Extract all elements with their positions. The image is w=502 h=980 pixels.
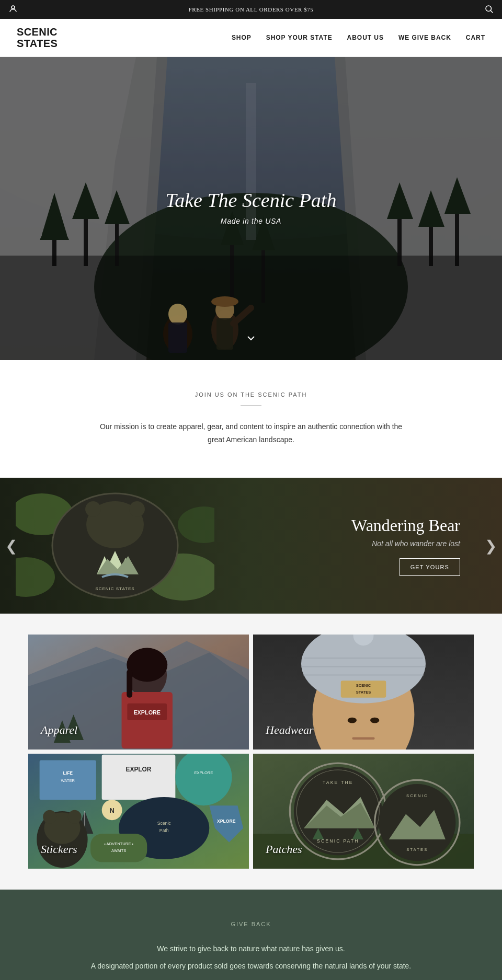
svg-text:STATES: STATES xyxy=(406,847,428,852)
category-apparel-label: Apparel xyxy=(41,723,77,737)
svg-text:LIFE: LIFE xyxy=(63,770,73,776)
svg-rect-80 xyxy=(102,755,176,800)
category-stickers-label: Stickers xyxy=(41,843,77,856)
svg-point-40 xyxy=(178,506,214,543)
category-stickers[interactable]: LIFE WATER EXPLOR EXPLORE Scenic P xyxy=(28,754,249,869)
featured-subtitle: Not all who wander are lost xyxy=(351,539,460,548)
category-grid: EXPLORE Apparel xyxy=(0,614,502,890)
search-icon[interactable] xyxy=(484,4,494,15)
mission-label: JOIN US ON THE SCENIC PATH xyxy=(63,391,439,398)
svg-text:AWAITS: AWAITS xyxy=(111,848,126,853)
mission-text: Our mission is to create apparel, gear, … xyxy=(94,420,408,446)
svg-point-1 xyxy=(486,6,492,11)
give-back-label: GIVE BACK xyxy=(63,921,439,927)
svg-line-2 xyxy=(490,10,493,13)
category-headwear-label: Headwear xyxy=(266,723,314,737)
svg-rect-62 xyxy=(127,670,132,698)
nav-about-us[interactable]: ABOUT US xyxy=(347,34,384,41)
svg-point-0 xyxy=(12,6,15,9)
svg-text:SCENIC: SCENIC xyxy=(356,684,371,688)
svg-rect-75 xyxy=(352,737,374,740)
svg-text:Scenic: Scenic xyxy=(157,821,172,826)
mission-section: JOIN US ON THE SCENIC PATH Our mission i… xyxy=(0,360,502,478)
svg-point-88 xyxy=(43,810,56,824)
featured-get-yours-button[interactable]: GET YOURS xyxy=(400,558,460,576)
svg-text:TAKE THE: TAKE THE xyxy=(323,780,353,785)
svg-text:EXPLORE: EXPLORE xyxy=(133,710,161,716)
category-apparel[interactable]: EXPLORE Apparel xyxy=(28,635,249,750)
hero-chevron[interactable] xyxy=(245,332,257,348)
svg-point-61 xyxy=(127,648,167,682)
user-icon[interactable] xyxy=(8,4,18,15)
give-back-text: We strive to give back to nature what na… xyxy=(63,942,439,973)
featured-banner: SCENIC STATES ❮ Wandering Bear Not all w… xyxy=(0,478,502,614)
svg-text:Path: Path xyxy=(159,828,169,833)
svg-text:• ADVENTURE •: • ADVENTURE • xyxy=(104,841,133,846)
give-back-section: GIVE BACK We strive to give back to natu… xyxy=(0,890,502,980)
give-back-line-1: We strive to give back to nature what na… xyxy=(63,942,439,956)
category-patches-label: Patches xyxy=(266,843,302,856)
banner-prev-arrow[interactable]: ❮ xyxy=(5,537,17,555)
logo[interactable]: SCENIC STATES xyxy=(17,26,58,49)
featured-title: Wandering Bear xyxy=(351,516,460,535)
nav-shop[interactable]: SHOP xyxy=(232,34,252,41)
svg-text:N: N xyxy=(109,807,114,815)
nav-we-give-back[interactable]: WE GIVE BACK xyxy=(398,34,451,41)
svg-point-45 xyxy=(129,501,145,517)
featured-content: Wandering Bear Not all who wander are lo… xyxy=(351,516,460,576)
svg-point-44 xyxy=(85,501,101,517)
hero-section: Take The Scenic Path Made in the USA xyxy=(0,57,502,360)
category-patches[interactable]: TAKE THE SCENIC PATH SCENIC STATES Patch… xyxy=(253,754,474,869)
give-back-line-2: A designated portion of every product so… xyxy=(63,959,439,973)
svg-text:SCENIC STATES: SCENIC STATES xyxy=(95,586,134,591)
nav-cart[interactable]: CART xyxy=(466,34,485,41)
top-bar: FREE SHIPPING ON ALL ORDERS OVER $75 xyxy=(0,0,502,19)
svg-text:EXPLOR: EXPLOR xyxy=(126,766,152,774)
category-headwear[interactable]: SCENIC STATES Headwear xyxy=(253,635,474,750)
svg-point-41 xyxy=(16,557,55,597)
svg-point-89 xyxy=(68,810,82,824)
mission-divider xyxy=(241,405,261,406)
svg-text:STATES: STATES xyxy=(356,690,371,695)
announcement-text: FREE SHIPPING ON ALL ORDERS OVER $75 xyxy=(189,6,314,13)
main-nav: SHOP SHOP YOUR STATE ABOUT US WE GIVE BA… xyxy=(232,34,485,41)
svg-text:WATER: WATER xyxy=(61,778,75,783)
hero-content: Take The Scenic Path Made in the USA xyxy=(166,189,337,225)
header: SCENIC STATES SHOP SHOP YOUR STATE ABOUT… xyxy=(0,19,502,57)
banner-next-arrow[interactable]: ❯ xyxy=(485,537,497,555)
nav-shop-your-state[interactable]: SHOP YOUR STATE xyxy=(266,34,333,41)
svg-point-74 xyxy=(370,718,379,723)
svg-point-73 xyxy=(348,718,357,723)
hero-title: Take The Scenic Path xyxy=(166,189,337,212)
svg-text:XPLORE: XPLORE xyxy=(217,818,236,824)
svg-text:EXPLORE: EXPLORE xyxy=(195,770,213,775)
hero-subtitle: Made in the USA xyxy=(166,217,337,225)
svg-text:SCENIC: SCENIC xyxy=(406,793,428,798)
